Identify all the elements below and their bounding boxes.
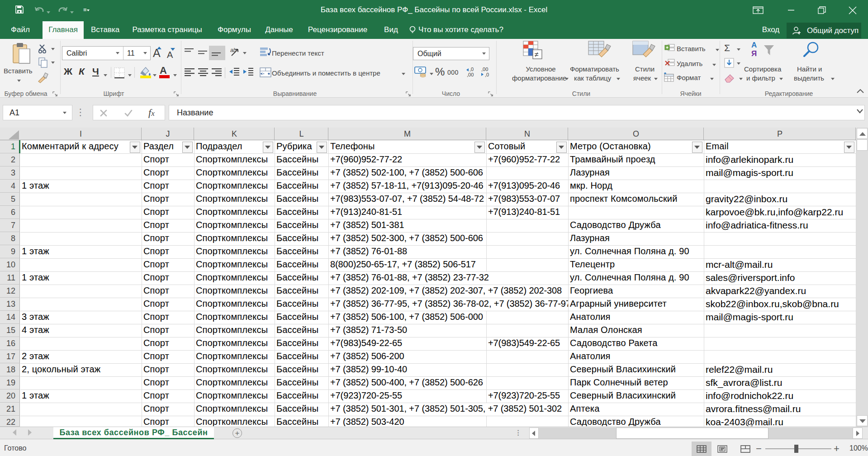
- svg-text:ab: ab: [230, 47, 237, 53]
- svg-text:,0: ,0: [485, 72, 489, 77]
- svg-text:,00: ,00: [467, 72, 474, 77]
- svg-text:,0: ,0: [470, 66, 474, 72]
- svg-text:≠: ≠: [535, 51, 539, 58]
- svg-text:,00: ,00: [481, 66, 488, 72]
